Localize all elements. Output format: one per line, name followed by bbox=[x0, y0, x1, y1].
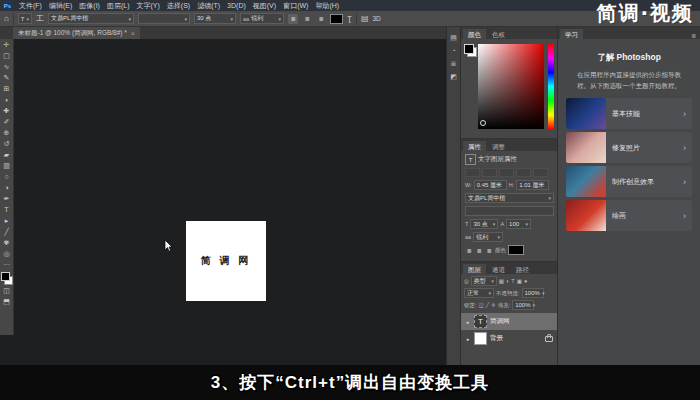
layer-row-background[interactable]: ● 背景 bbox=[461, 330, 558, 347]
align-left-button[interactable]: ≣ bbox=[465, 246, 473, 254]
color-saturation-brightness-field[interactable] bbox=[478, 44, 544, 129]
close-tab-icon[interactable]: × bbox=[131, 30, 135, 37]
font-style-select[interactable] bbox=[465, 206, 554, 216]
info-panel-icon[interactable]: ≣ bbox=[451, 57, 457, 70]
align-center-button[interactable]: ≣ bbox=[302, 14, 312, 24]
tab-layers[interactable]: 图层 bbox=[463, 264, 486, 274]
blur-tool[interactable]: ○ bbox=[0, 171, 13, 182]
filter-type-select[interactable]: 类型 ▾ bbox=[471, 276, 497, 286]
eraser-tool[interactable]: ▰ bbox=[0, 149, 13, 160]
tab-paths[interactable]: 路径 bbox=[511, 264, 534, 274]
filter-shape-icon[interactable]: ▣ bbox=[517, 278, 522, 284]
menu-item-3d[interactable]: 3D(D) bbox=[227, 2, 246, 9]
gradient-tool[interactable]: ▥ bbox=[0, 160, 13, 171]
menu-item-type[interactable]: 文字(Y) bbox=[136, 1, 159, 11]
menu-item-filter[interactable]: 滤镜(T) bbox=[197, 1, 220, 11]
transform-control[interactable] bbox=[533, 168, 548, 177]
navigator-panel-icon[interactable]: ◔ bbox=[451, 44, 455, 57]
color-picker-marker[interactable] bbox=[480, 120, 486, 126]
menu-item-file[interactable]: 文件(F) bbox=[19, 1, 42, 11]
background-layer-thumbnail[interactable] bbox=[474, 332, 487, 345]
tab-properties[interactable]: 属性 bbox=[463, 141, 486, 151]
zoom-tool[interactable]: ◎ bbox=[0, 248, 13, 259]
hue-slider[interactable] bbox=[548, 44, 554, 129]
history-brush-tool[interactable]: ↺ bbox=[0, 138, 13, 149]
pen-tool[interactable]: ✒ bbox=[0, 193, 13, 204]
align-right-button[interactable]: ≣ bbox=[316, 14, 326, 24]
anti-alias-select[interactable]: 锐利 ▾ bbox=[473, 232, 503, 242]
lock-move-icon[interactable]: ✛ bbox=[491, 302, 496, 308]
move-tool[interactable]: ✛ bbox=[0, 39, 13, 50]
transform-control[interactable] bbox=[516, 168, 531, 177]
text-color-swatch[interactable] bbox=[508, 245, 524, 255]
document-tab[interactable]: 未标题-1 @ 100% (简调网, RGB/8#) * × bbox=[13, 27, 140, 39]
tab-color[interactable]: 颜色 bbox=[463, 29, 486, 39]
layer-row-text[interactable]: ● T 简调网 bbox=[461, 313, 558, 330]
height-field[interactable]: 1.01 厘米 bbox=[516, 180, 549, 190]
menu-item-window[interactable]: 窗口(W) bbox=[283, 1, 308, 11]
foreground-background-swatches[interactable] bbox=[1, 272, 13, 285]
eyedropper-tool[interactable]: ◗ bbox=[0, 94, 13, 105]
leading-select[interactable]: 100 ▾ bbox=[506, 219, 531, 229]
path-selection-tool[interactable]: ▸ bbox=[0, 215, 13, 226]
eye-icon[interactable]: ● bbox=[464, 336, 471, 342]
lasso-tool[interactable]: ∿ bbox=[0, 61, 13, 72]
layer-name[interactable]: 简调网 bbox=[490, 317, 555, 326]
filter-adjustment-icon[interactable]: ◐ bbox=[506, 278, 509, 284]
learn-card-effects[interactable]: 制作创意效果 › bbox=[566, 166, 692, 197]
foreground-color-swatch[interactable] bbox=[1, 272, 10, 281]
edit-toolbar-icon[interactable]: ⋯ bbox=[0, 259, 13, 270]
panel-menu-icon[interactable]: ≣ bbox=[691, 32, 696, 39]
eye-icon[interactable]: ● bbox=[464, 319, 471, 325]
menu-item-image[interactable]: 图像(I) bbox=[79, 1, 100, 11]
libraries-panel-icon[interactable]: ◩ bbox=[450, 70, 457, 83]
type-layer-thumbnail[interactable]: T bbox=[474, 315, 487, 328]
marquee-tool[interactable]: ▢ bbox=[0, 50, 13, 61]
home-icon[interactable]: ⌂ bbox=[4, 14, 9, 24]
brush-tool[interactable]: ✐ bbox=[0, 116, 13, 127]
type-tool[interactable]: T bbox=[0, 204, 13, 215]
3d-button[interactable]: 3D bbox=[372, 14, 380, 24]
align-center-button[interactable]: ≣ bbox=[475, 246, 483, 254]
menu-item-layer[interactable]: 图层(L) bbox=[107, 1, 130, 11]
blend-mode-select[interactable]: 正常 ▾ bbox=[464, 288, 494, 298]
align-left-button[interactable]: ≣ bbox=[288, 14, 298, 24]
clone-stamp-tool[interactable]: ⊕ bbox=[0, 127, 13, 138]
foreground-color-swatch[interactable] bbox=[464, 44, 474, 54]
font-family-select[interactable]: 文鼎PL简中楷 ▾ bbox=[465, 193, 554, 203]
align-right-button[interactable]: ≣ bbox=[485, 246, 493, 254]
document-canvas[interactable]: 简 调 网 bbox=[186, 221, 266, 301]
transform-control[interactable] bbox=[482, 168, 497, 177]
quick-mask-icon[interactable]: ◫ bbox=[0, 285, 13, 296]
learn-card-painting[interactable]: 绘画 › bbox=[566, 200, 692, 231]
filter-type-icon[interactable]: T bbox=[511, 278, 514, 284]
screen-mode-icon[interactable]: ⬒ bbox=[0, 296, 13, 307]
history-panel-icon[interactable]: ▤ bbox=[450, 31, 457, 44]
font-size-select[interactable]: 30 点 ▾ bbox=[470, 219, 498, 229]
tool-preset-dropdown[interactable]: T ▾ bbox=[18, 13, 32, 24]
menu-item-help[interactable]: 帮助(H) bbox=[315, 1, 339, 11]
width-field[interactable]: 0.45 厘米 bbox=[474, 180, 507, 190]
tab-swatches[interactable]: 色板 bbox=[487, 29, 510, 39]
lock-paint-icon[interactable]: ╱ bbox=[486, 302, 489, 308]
lock-pixels-icon[interactable]: ◫ bbox=[479, 302, 484, 308]
transform-control[interactable] bbox=[465, 168, 480, 177]
text-orientation-icon[interactable]: 工 bbox=[36, 14, 44, 24]
anti-alias-select[interactable]: aa 锐利 ▾ bbox=[240, 13, 284, 24]
dodge-tool[interactable]: ◑ bbox=[0, 182, 13, 193]
warp-text-icon[interactable]: Ʈ bbox=[347, 14, 352, 24]
filter-pixel-icon[interactable]: ▦ bbox=[499, 278, 504, 284]
layer-name[interactable]: 背景 bbox=[490, 334, 542, 343]
toggle-panels-icon[interactable]: ▤ bbox=[361, 14, 369, 24]
color-panel-fg-bg-swatches[interactable] bbox=[464, 44, 477, 57]
crop-tool[interactable]: ⊞ bbox=[0, 83, 13, 94]
font-size-select[interactable]: 30 点 ▾ bbox=[194, 13, 236, 24]
filter-smart-icon[interactable]: ● bbox=[524, 278, 527, 284]
font-style-select[interactable]: ▾ bbox=[138, 13, 190, 24]
fill-select[interactable]: 100% ▾ bbox=[512, 300, 534, 310]
shape-tool[interactable]: ╱ bbox=[0, 226, 13, 237]
learn-card-retouch[interactable]: 修复照片 › bbox=[566, 132, 692, 163]
font-family-select[interactable]: 文鼎PL简中楷 ▾ bbox=[48, 13, 134, 24]
tab-channels[interactable]: 通道 bbox=[487, 264, 510, 274]
tab-learn[interactable]: 学习 bbox=[560, 29, 583, 39]
